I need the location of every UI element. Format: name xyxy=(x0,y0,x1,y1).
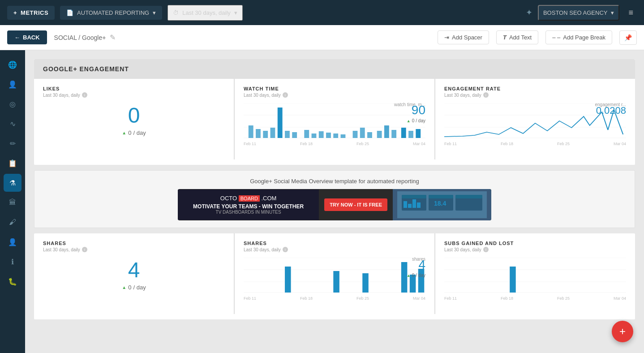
breadcrumb: SOCIAL / Google+ ✎ xyxy=(54,33,116,42)
shares-svg xyxy=(244,258,425,293)
section-title: GOOGLE+ ENGAGEMENT xyxy=(43,65,129,73)
agency-dropdown[interactable]: BOSTON SEO AGENCY ▾ xyxy=(538,5,620,21)
svg-rect-35 xyxy=(412,199,416,208)
add-spacer-button[interactable]: ⇥ Add Spacer xyxy=(438,30,489,44)
sidebar-item-analytics[interactable]: ∿ xyxy=(4,115,21,133)
shares-x-axis: Feb 11 Feb 18 Feb 25 Mar 04 xyxy=(244,295,425,301)
shares-value: 4 xyxy=(418,258,425,272)
watch-time-rate: ▲ 0 / day xyxy=(407,118,425,123)
shares-card-1: SHARES Last 30 days, daily i 4 ▲ 0 / day xyxy=(34,233,234,314)
edit-icon[interactable]: ✎ xyxy=(110,34,116,41)
hamburger-menu[interactable]: ≡ xyxy=(625,6,637,19)
chevron-down-icon: ▾ xyxy=(234,9,237,16)
bottom-cards-grid: SHARES Last 30 days, daily i 4 ▲ 0 / day… xyxy=(34,233,635,314)
svg-rect-36 xyxy=(417,202,421,208)
shares-2-info-icon[interactable]: i xyxy=(283,247,288,252)
svg-rect-23 xyxy=(401,128,406,138)
engagement-rate-card: ENGAGEMENT RATE Last 30 days, daily i en… xyxy=(435,79,635,159)
engagement-value: 0.0208 xyxy=(596,105,626,116)
watch-time-subtitle: Last 30 days, daily i xyxy=(244,92,425,98)
engagement-cards-grid: LIKES Last 30 days, daily i 0 ▲ 0 / day … xyxy=(34,79,635,159)
engagement-rate-title: ENGAGEMENT RATE xyxy=(444,86,626,91)
shares-rate: ▲ 0 / day xyxy=(407,273,425,278)
sidebar-item-users[interactable]: 👤 xyxy=(4,75,21,93)
add-spacer-label: Add Spacer xyxy=(452,34,482,41)
engagement-rate-subtitle: Last 30 days, daily i xyxy=(444,92,626,98)
document-icon: 📄 xyxy=(66,9,73,16)
svg-rect-21 xyxy=(384,125,389,138)
sidebar-item-person[interactable]: 👤 xyxy=(4,233,21,251)
svg-rect-12 xyxy=(312,133,317,138)
reporting-dropdown[interactable]: 📄 AUTOMATED REPORTING ▾ xyxy=(60,6,162,20)
sidebar-item-clipboard[interactable]: 📋 xyxy=(4,154,21,172)
text-icon: T xyxy=(503,34,507,41)
sidebar-item-info[interactable]: ℹ xyxy=(4,253,21,271)
engagement-section: GOOGLE+ ENGAGEMENT LIKES Last 30 days, d… xyxy=(34,59,635,165)
sidebar-item-globe[interactable]: 🌐 xyxy=(4,56,21,73)
shares-1-info-icon[interactable]: i xyxy=(82,247,87,252)
svg-rect-7 xyxy=(270,128,275,138)
svg-rect-20 xyxy=(377,131,382,138)
svg-rect-15 xyxy=(333,133,338,138)
subs-x-axis: Feb 11 Feb 18 Feb 25 Mar 04 xyxy=(444,295,626,301)
svg-rect-34 xyxy=(408,204,412,208)
time-dropdown[interactable]: ⏱ Last 30 days, daily ▾ xyxy=(167,5,243,21)
sidebar-item-lab[interactable]: ⚗ xyxy=(4,174,21,192)
shares-1-number: 4 xyxy=(43,258,225,282)
svg-rect-16 xyxy=(341,134,346,138)
board-label: BOARD xyxy=(239,195,260,202)
svg-rect-24 xyxy=(408,131,413,138)
likes-info-icon[interactable]: i xyxy=(82,92,87,98)
add-text-label: Add Text xyxy=(509,34,532,41)
metrics-button[interactable]: + METRICS xyxy=(7,6,55,20)
ad-tagline: MOTIVATE YOUR TEAMS - WIN TOGETHER xyxy=(185,203,312,210)
subs-info-icon[interactable]: i xyxy=(483,247,489,252)
agency-label: BOSTON SEO AGENCY xyxy=(543,9,608,16)
watch-time-svg xyxy=(244,103,425,139)
bottom-section: SHARES Last 30 days, daily i 4 ▲ 0 / day… xyxy=(34,233,635,319)
svg-rect-18 xyxy=(360,128,365,138)
shares-1-subtitle: Last 30 days, daily i xyxy=(43,247,225,252)
subs-chart-area: Feb 11 Feb 18 Feb 25 Mar 04 xyxy=(444,258,626,307)
sidebar-item-building[interactable]: 🏛 xyxy=(4,194,21,211)
add-page-break-button[interactable]: – – Add Page Break xyxy=(545,30,612,44)
engagement-x-axis: Feb 11 Feb 18 Feb 25 Mar 04 xyxy=(444,141,626,147)
ad-screenshot: 18.4 xyxy=(393,189,491,220)
pin-icon: 📌 xyxy=(624,34,632,41)
svg-rect-9 xyxy=(285,131,290,138)
sidebar-item-bug[interactable]: 🐛 xyxy=(4,272,21,290)
engagement-info-icon[interactable]: i xyxy=(483,92,489,98)
back-label: BACK xyxy=(23,34,40,41)
ad-banner: Google+ Social Media Overview template f… xyxy=(34,170,635,228)
pin-button[interactable]: 📌 xyxy=(619,30,637,45)
fab-button[interactable]: + xyxy=(612,321,633,342)
back-button[interactable]: ← BACK xyxy=(7,30,47,44)
ad-banner-title: Google+ Social Media Overview template f… xyxy=(43,178,626,185)
svg-rect-8 xyxy=(278,108,283,138)
svg-rect-13 xyxy=(319,131,324,138)
shares-1-title: SHARES xyxy=(43,241,225,246)
add-text-button[interactable]: T Add Text xyxy=(496,30,538,44)
subs-title: SUBS GAINED AND LOST xyxy=(444,241,626,246)
svg-rect-25 xyxy=(416,129,421,138)
watch-time-value: 90 xyxy=(412,103,425,117)
watch-time-info-icon[interactable]: i xyxy=(283,92,288,98)
svg-rect-11 xyxy=(304,130,309,138)
sidebar-item-pencil[interactable]: ✏ xyxy=(4,134,21,152)
triangle-up-icon: ▲ xyxy=(122,285,126,290)
break-icon: – – xyxy=(552,34,560,41)
ad-cta-button[interactable]: TRY NOW - IT IS FREE xyxy=(324,198,387,211)
sidebar-item-target[interactable]: ◎ xyxy=(4,95,21,113)
nav-right: ✦ BOSTON SEO AGENCY ▾ ≡ xyxy=(526,5,637,21)
subs-subtitle: Last 30 days, daily i xyxy=(444,247,626,252)
sidebar-item-brush[interactable]: 🖌 xyxy=(4,213,21,231)
clock-icon: ⏱ xyxy=(173,9,179,16)
svg-text:18.4: 18.4 xyxy=(434,200,446,207)
subs-svg xyxy=(444,258,626,293)
svg-rect-47 xyxy=(333,271,339,293)
ad-sub: TV DASHBOARDS IN MINUTES xyxy=(185,210,312,215)
likes-number: 0 xyxy=(43,103,225,128)
likes-subtitle: Last 30 days, daily i xyxy=(43,92,225,98)
chevron-down-icon: ▾ xyxy=(153,9,156,16)
svg-rect-51 xyxy=(418,269,425,293)
